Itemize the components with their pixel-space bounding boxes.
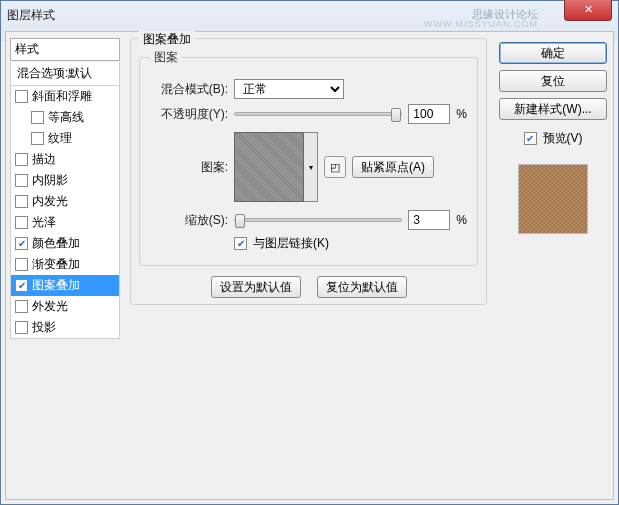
style-checkbox[interactable]: [15, 300, 28, 313]
style-label: 斜面和浮雕: [32, 88, 92, 105]
blend-options-row[interactable]: 混合选项:默认: [10, 62, 120, 86]
opacity-slider[interactable]: [234, 112, 402, 116]
style-item-外发光[interactable]: 外发光: [11, 296, 119, 317]
styles-sidebar: 样式 混合选项:默认 斜面和浮雕等高线纹理描边内阴影内发光光泽✔颜色叠加渐变叠加…: [6, 32, 124, 499]
style-list: 斜面和浮雕等高线纹理描边内阴影内发光光泽✔颜色叠加渐变叠加✔图案叠加外发光投影: [10, 86, 120, 339]
layer-style-dialog: 图层样式 思缘设计论坛 WWW.MISSYUAN.COM ✕ 样式 混合选项:默…: [0, 0, 619, 505]
style-item-颜色叠加[interactable]: ✔颜色叠加: [11, 233, 119, 254]
new-style-button[interactable]: 新建样式(W)...: [499, 98, 607, 120]
pattern-dropdown-arrow[interactable]: ▾: [304, 132, 318, 202]
pattern-fieldset: 图案 混合模式(B): 正常 不透明度(Y): % 图案: [139, 49, 478, 266]
outer-group-label: 图案叠加: [139, 31, 195, 48]
style-checkbox[interactable]: [15, 90, 28, 103]
style-label: 光泽: [32, 214, 56, 231]
style-checkbox[interactable]: [15, 153, 28, 166]
sidebar-header: 样式: [10, 38, 120, 61]
scale-input[interactable]: [408, 210, 450, 230]
watermark-url: WWW.MISSYUAN.COM: [424, 19, 538, 29]
style-checkbox[interactable]: [15, 321, 28, 334]
style-item-等高线[interactable]: 等高线: [11, 107, 119, 128]
scale-slider[interactable]: [234, 218, 402, 222]
pct-label: %: [456, 107, 467, 121]
cancel-button[interactable]: 复位: [499, 70, 607, 92]
preview-checkbox[interactable]: ✔: [524, 132, 537, 145]
style-checkbox[interactable]: [15, 195, 28, 208]
style-label: 内发光: [32, 193, 68, 210]
style-item-图案叠加[interactable]: ✔图案叠加: [11, 275, 119, 296]
new-preset-icon[interactable]: ◰: [324, 156, 346, 178]
style-item-描边[interactable]: 描边: [11, 149, 119, 170]
style-checkbox[interactable]: ✔: [15, 279, 28, 292]
inner-group-label: 图案: [150, 49, 182, 66]
scale-label: 缩放(S):: [150, 212, 228, 229]
style-label: 渐变叠加: [32, 256, 80, 273]
style-label: 颜色叠加: [32, 235, 80, 252]
blendmode-label: 混合模式(B):: [150, 81, 228, 98]
reset-default-button[interactable]: 复位为默认值: [317, 276, 407, 298]
pattern-swatch[interactable]: [234, 132, 304, 202]
blendmode-select[interactable]: 正常: [234, 79, 344, 99]
style-label: 内阴影: [32, 172, 68, 189]
style-item-内发光[interactable]: 内发光: [11, 191, 119, 212]
dialog-body: 样式 混合选项:默认 斜面和浮雕等高线纹理描边内阴影内发光光泽✔颜色叠加渐变叠加…: [5, 31, 614, 500]
preview-label: 预览(V): [543, 130, 583, 147]
action-column: 确定 复位 新建样式(W)... ✔ 预览(V): [493, 32, 613, 499]
ok-button[interactable]: 确定: [499, 42, 607, 64]
window-title: 图层样式: [7, 7, 55, 24]
style-label: 等高线: [48, 109, 84, 126]
opacity-label: 不透明度(Y):: [150, 106, 228, 123]
snap-origin-button[interactable]: 贴紧原点(A): [352, 156, 434, 178]
style-item-斜面和浮雕[interactable]: 斜面和浮雕: [11, 86, 119, 107]
style-item-渐变叠加[interactable]: 渐变叠加: [11, 254, 119, 275]
style-checkbox[interactable]: [15, 258, 28, 271]
style-checkbox[interactable]: [31, 132, 44, 145]
style-label: 外发光: [32, 298, 68, 315]
style-checkbox[interactable]: ✔: [15, 237, 28, 250]
titlebar: 图层样式 思缘设计论坛 WWW.MISSYUAN.COM ✕: [1, 1, 618, 29]
style-checkbox[interactable]: [15, 174, 28, 187]
style-item-投影[interactable]: 投影: [11, 317, 119, 338]
style-label: 图案叠加: [32, 277, 80, 294]
link-label: 与图层链接(K): [253, 235, 329, 252]
style-item-光泽[interactable]: 光泽: [11, 212, 119, 233]
pattern-label: 图案:: [150, 159, 228, 176]
style-item-内阴影[interactable]: 内阴影: [11, 170, 119, 191]
style-label: 纹理: [48, 130, 72, 147]
preview-thumbnail: [518, 164, 588, 234]
link-checkbox[interactable]: ✔: [234, 237, 247, 250]
style-item-纹理[interactable]: 纹理: [11, 128, 119, 149]
pct-label-2: %: [456, 213, 467, 227]
style-label: 投影: [32, 319, 56, 336]
style-checkbox[interactable]: [15, 216, 28, 229]
style-checkbox[interactable]: [31, 111, 44, 124]
style-label: 描边: [32, 151, 56, 168]
close-button[interactable]: ✕: [564, 0, 612, 21]
settings-panel: 图案叠加 图案 混合模式(B): 正常 不透明度(Y): %: [124, 32, 493, 499]
opacity-input[interactable]: [408, 104, 450, 124]
make-default-button[interactable]: 设置为默认值: [211, 276, 301, 298]
